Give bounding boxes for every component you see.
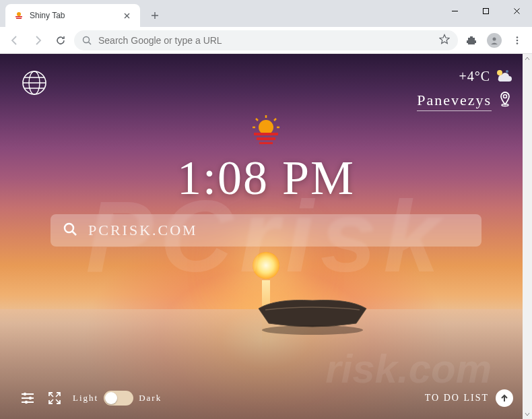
- tab-close-button[interactable]: [121, 10, 132, 21]
- settings-button[interactable]: [19, 389, 36, 407]
- svg-rect-18: [257, 137, 275, 140]
- extensions-button[interactable]: [462, 31, 481, 50]
- tab-favicon-icon: [13, 10, 24, 21]
- globe-icon: [21, 69, 48, 96]
- svg-point-5: [493, 37, 496, 40]
- fullscreen-button[interactable]: [46, 389, 63, 407]
- scroll-down-button[interactable]: [523, 410, 532, 419]
- menu-button[interactable]: [508, 31, 527, 50]
- theme-toggle-switch[interactable]: [104, 391, 133, 406]
- svg-rect-17: [254, 133, 278, 135]
- svg-point-6: [517, 36, 519, 38]
- browser-tab[interactable]: Shiny Tab: [5, 4, 140, 27]
- svg-point-21: [24, 393, 26, 395]
- weather-widget[interactable]: +4°C Panevezys: [417, 67, 513, 111]
- dark-label: Dark: [139, 393, 162, 404]
- omnibox[interactable]: [74, 30, 458, 51]
- page-content: PCrisk risk.com +4°C Panevezys: [0, 54, 532, 419]
- reload-button[interactable]: [51, 31, 70, 50]
- svg-rect-2: [16, 18, 22, 20]
- theme-toggle: Light Dark: [73, 391, 162, 406]
- window-controls: [439, 0, 532, 22]
- arrow-up-icon: [496, 389, 513, 407]
- location-button[interactable]: Panevezys: [417, 91, 513, 111]
- new-tab-button[interactable]: [145, 6, 164, 25]
- window-titlebar: Shiny Tab: [0, 0, 532, 27]
- time-display: 1:08 PM: [177, 150, 355, 206]
- scroll-up-button[interactable]: [523, 54, 532, 63]
- temperature-value: +4°C: [459, 69, 490, 84]
- todo-list-button[interactable]: TO DO LIST: [425, 389, 513, 407]
- search-input[interactable]: [88, 222, 469, 239]
- svg-point-20: [65, 224, 73, 232]
- search-icon: [63, 222, 77, 239]
- svg-point-12: [497, 70, 502, 75]
- fullscreen-icon: [48, 391, 61, 405]
- browser-toolbar: [0, 27, 532, 54]
- svg-rect-3: [483, 8, 488, 13]
- sunset-logo-icon: [247, 115, 285, 148]
- toggle-thumb: [105, 392, 117, 404]
- svg-point-13: [506, 70, 508, 73]
- avatar-icon: [487, 33, 502, 48]
- globe-button[interactable]: [19, 67, 50, 98]
- close-window-button[interactable]: [501, 0, 532, 22]
- svg-point-14: [504, 95, 507, 98]
- maximize-button[interactable]: [470, 0, 501, 22]
- svg-point-23: [25, 401, 28, 404]
- svg-rect-19: [259, 142, 273, 144]
- todo-label: TO DO LIST: [425, 393, 489, 404]
- search-bar[interactable]: [51, 214, 481, 247]
- forward-button[interactable]: [28, 31, 47, 50]
- light-label: Light: [73, 393, 98, 404]
- location-name: Panevezys: [417, 92, 492, 111]
- star-icon[interactable]: [439, 34, 450, 46]
- location-pin-icon: [497, 91, 513, 111]
- weather-icon: [494, 67, 513, 86]
- svg-point-8: [517, 42, 519, 44]
- vertical-scrollbar[interactable]: [523, 54, 532, 419]
- back-button[interactable]: [5, 31, 24, 50]
- settings-sliders-icon: [20, 391, 35, 406]
- svg-rect-1: [15, 16, 22, 18]
- omnibox-input[interactable]: [98, 35, 432, 46]
- svg-point-0: [17, 12, 21, 16]
- tab-title: Shiny Tab: [30, 11, 116, 20]
- svg-point-16: [259, 120, 273, 135]
- minimize-button[interactable]: [439, 0, 470, 22]
- profile-button[interactable]: [485, 31, 504, 50]
- svg-point-22: [29, 397, 32, 399]
- svg-point-4: [84, 36, 90, 42]
- search-icon: [82, 36, 92, 45]
- svg-point-7: [517, 39, 519, 41]
